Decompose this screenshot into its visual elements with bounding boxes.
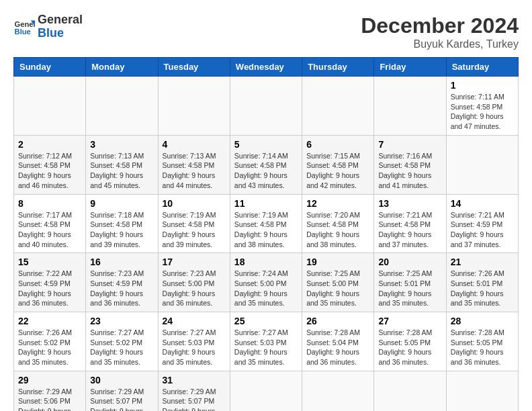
calendar-cell: 15Sunrise: 7:22 AM Sunset: 4:59 PM Dayli… <box>14 253 86 312</box>
calendar-cell: 30Sunrise: 7:29 AM Sunset: 5:07 PM Dayli… <box>86 371 158 411</box>
calendar-cell: 28Sunrise: 7:28 AM Sunset: 5:05 PM Dayli… <box>446 312 518 371</box>
calendar-cell: 26Sunrise: 7:28 AM Sunset: 5:04 PM Dayli… <box>302 312 374 371</box>
day-info: Sunrise: 7:17 AM Sunset: 4:58 PM Dayligh… <box>18 210 81 250</box>
day-info: Sunrise: 7:21 AM Sunset: 4:59 PM Dayligh… <box>451 210 514 250</box>
calendar-cell: 24Sunrise: 7:27 AM Sunset: 5:03 PM Dayli… <box>158 312 230 371</box>
day-info: Sunrise: 7:24 AM Sunset: 5:00 PM Dayligh… <box>234 269 298 308</box>
day-info: Sunrise: 7:23 AM Sunset: 5:00 PM Dayligh… <box>163 269 226 308</box>
day-number: 20 <box>378 257 441 267</box>
day-info: Sunrise: 7:28 AM Sunset: 5:05 PM Dayligh… <box>378 328 441 367</box>
day-number: 4 <box>163 139 226 150</box>
day-header-sunday: Sunday <box>14 58 86 77</box>
day-header-tuesday: Tuesday <box>158 58 230 77</box>
day-info: Sunrise: 7:18 AM Sunset: 4:58 PM Dayligh… <box>90 210 153 250</box>
day-number: 24 <box>163 316 226 326</box>
day-number: 12 <box>306 198 369 209</box>
calendar-cell: 25Sunrise: 7:27 AM Sunset: 5:03 PM Dayli… <box>230 312 302 371</box>
calendar-cell: 19Sunrise: 7:25 AM Sunset: 5:00 PM Dayli… <box>302 253 374 312</box>
day-header-saturday: Saturday <box>446 58 518 77</box>
day-info: Sunrise: 7:14 AM Sunset: 4:58 PM Dayligh… <box>234 151 298 191</box>
location-subtitle: Buyuk Kardes, Turkey <box>361 38 519 50</box>
day-info: Sunrise: 7:13 AM Sunset: 4:58 PM Dayligh… <box>90 151 153 191</box>
calendar-cell: 8Sunrise: 7:17 AM Sunset: 4:58 PM Daylig… <box>14 194 86 253</box>
calendar-cell <box>86 77 158 136</box>
calendar-cell <box>302 371 374 411</box>
day-number: 6 <box>306 139 369 150</box>
day-info: Sunrise: 7:25 AM Sunset: 5:00 PM Dayligh… <box>306 269 369 308</box>
calendar-cell <box>374 371 446 411</box>
svg-text:Blue: Blue <box>15 28 31 36</box>
day-number: 10 <box>163 198 226 209</box>
day-info: Sunrise: 7:12 AM Sunset: 4:58 PM Dayligh… <box>18 151 81 191</box>
logo: General Blue General Blue <box>13 13 83 40</box>
calendar-cell: 11Sunrise: 7:19 AM Sunset: 4:58 PM Dayli… <box>230 194 302 253</box>
day-number: 26 <box>306 316 369 326</box>
day-number: 17 <box>163 257 226 267</box>
calendar-cell: 17Sunrise: 7:23 AM Sunset: 5:00 PM Dayli… <box>158 253 230 312</box>
calendar-cell: 3Sunrise: 7:13 AM Sunset: 4:58 PM Daylig… <box>86 135 158 194</box>
day-info: Sunrise: 7:27 AM Sunset: 5:03 PM Dayligh… <box>163 328 226 367</box>
calendar-header-row: SundayMondayTuesdayWednesdayThursdayFrid… <box>14 58 519 77</box>
header: General Blue General Blue December 2024 … <box>13 13 519 50</box>
week-row-5: 22Sunrise: 7:26 AM Sunset: 5:02 PM Dayli… <box>14 312 519 371</box>
day-header-thursday: Thursday <box>302 58 374 77</box>
day-info: Sunrise: 7:19 AM Sunset: 4:58 PM Dayligh… <box>234 210 298 250</box>
logo-icon: General Blue <box>13 16 35 38</box>
day-info: Sunrise: 7:23 AM Sunset: 4:59 PM Dayligh… <box>90 269 153 308</box>
day-number: 14 <box>451 198 514 209</box>
calendar-cell: 12Sunrise: 7:20 AM Sunset: 4:58 PM Dayli… <box>302 194 374 253</box>
day-number: 15 <box>18 257 81 267</box>
week-row-1: 1Sunrise: 7:11 AM Sunset: 4:58 PM Daylig… <box>14 77 519 136</box>
day-info: Sunrise: 7:28 AM Sunset: 5:05 PM Dayligh… <box>451 328 514 367</box>
logo-text: General Blue <box>38 13 83 40</box>
day-number: 28 <box>451 316 514 326</box>
week-row-2: 2Sunrise: 7:12 AM Sunset: 4:58 PM Daylig… <box>14 135 519 194</box>
day-number: 23 <box>90 316 153 326</box>
day-info: Sunrise: 7:20 AM Sunset: 4:58 PM Dayligh… <box>306 210 369 250</box>
day-info: Sunrise: 7:16 AM Sunset: 4:58 PM Dayligh… <box>378 151 441 191</box>
day-info: Sunrise: 7:29 AM Sunset: 5:07 PM Dayligh… <box>90 387 153 411</box>
calendar-cell <box>374 77 446 136</box>
day-number: 31 <box>163 375 226 385</box>
day-info: Sunrise: 7:28 AM Sunset: 5:04 PM Dayligh… <box>306 328 369 367</box>
calendar-cell: 2Sunrise: 7:12 AM Sunset: 4:58 PM Daylig… <box>14 135 86 194</box>
day-info: Sunrise: 7:22 AM Sunset: 4:59 PM Dayligh… <box>18 269 81 308</box>
day-number: 21 <box>451 257 514 267</box>
calendar-cell: 18Sunrise: 7:24 AM Sunset: 5:00 PM Dayli… <box>230 253 302 312</box>
day-info: Sunrise: 7:21 AM Sunset: 4:58 PM Dayligh… <box>378 210 441 250</box>
calendar-cell: 1Sunrise: 7:11 AM Sunset: 4:58 PM Daylig… <box>446 77 518 136</box>
day-info: Sunrise: 7:29 AM Sunset: 5:06 PM Dayligh… <box>18 387 81 411</box>
calendar-cell <box>230 371 302 411</box>
day-info: Sunrise: 7:27 AM Sunset: 5:03 PM Dayligh… <box>234 328 298 367</box>
calendar-cell: 9Sunrise: 7:18 AM Sunset: 4:58 PM Daylig… <box>86 194 158 253</box>
calendar-cell: 31Sunrise: 7:29 AM Sunset: 5:07 PM Dayli… <box>158 371 230 411</box>
calendar-cell: 6Sunrise: 7:15 AM Sunset: 4:58 PM Daylig… <box>302 135 374 194</box>
calendar-cell <box>230 77 302 136</box>
day-number: 25 <box>234 316 298 326</box>
day-number: 16 <box>90 257 153 267</box>
calendar-cell: 27Sunrise: 7:28 AM Sunset: 5:05 PM Dayli… <box>374 312 446 371</box>
day-info: Sunrise: 7:27 AM Sunset: 5:02 PM Dayligh… <box>90 328 153 367</box>
calendar-cell <box>14 77 86 136</box>
calendar-cell <box>446 135 518 194</box>
title-area: December 2024 Buyuk Kardes, Turkey <box>361 13 519 50</box>
day-info: Sunrise: 7:19 AM Sunset: 4:58 PM Dayligh… <box>163 210 226 250</box>
day-number: 22 <box>18 316 81 326</box>
calendar-cell: 16Sunrise: 7:23 AM Sunset: 4:59 PM Dayli… <box>86 253 158 312</box>
day-number: 13 <box>378 198 441 209</box>
week-row-4: 15Sunrise: 7:22 AM Sunset: 4:59 PM Dayli… <box>14 253 519 312</box>
day-info: Sunrise: 7:25 AM Sunset: 5:01 PM Dayligh… <box>378 269 441 308</box>
day-header-friday: Friday <box>374 58 446 77</box>
calendar-cell: 10Sunrise: 7:19 AM Sunset: 4:58 PM Dayli… <box>158 194 230 253</box>
day-number: 29 <box>18 375 81 385</box>
calendar-cell: 29Sunrise: 7:29 AM Sunset: 5:06 PM Dayli… <box>14 371 86 411</box>
calendar-cell: 21Sunrise: 7:26 AM Sunset: 5:01 PM Dayli… <box>446 253 518 312</box>
calendar-cell <box>302 77 374 136</box>
day-header-wednesday: Wednesday <box>230 58 302 77</box>
day-header-monday: Monday <box>86 58 158 77</box>
month-title: December 2024 <box>361 13 519 38</box>
calendar-cell: 7Sunrise: 7:16 AM Sunset: 4:58 PM Daylig… <box>374 135 446 194</box>
day-number: 30 <box>90 375 153 385</box>
calendar-cell: 5Sunrise: 7:14 AM Sunset: 4:58 PM Daylig… <box>230 135 302 194</box>
calendar-cell: 22Sunrise: 7:26 AM Sunset: 5:02 PM Dayli… <box>14 312 86 371</box>
